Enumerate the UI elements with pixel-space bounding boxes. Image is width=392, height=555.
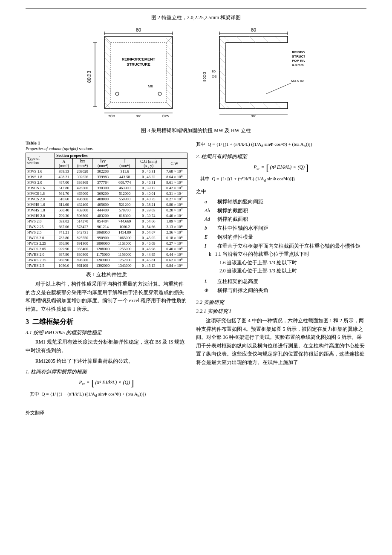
formula2-container: Pcr = [ (π² EI/k²L) × (Q) ] xyxy=(196,163,366,172)
table-row: HWHS 2.0887.90830300117500011560000 , 44… xyxy=(26,252,187,257)
def-ab: Ab 横撑的截面积 xyxy=(205,206,366,215)
svg-line-17 xyxy=(104,45,111,51)
case2-title: 2. 柱间只有斜撑的框架 xyxy=(196,153,366,160)
svg-line-66 xyxy=(219,96,226,102)
k-item-1: k 1.1 当沿着立柱的荷载重心位于重点以下时 xyxy=(209,250,366,259)
fig-right: 80 REINFORCEMENT STRUCTURE POP RIVET 4.8… xyxy=(202,26,305,124)
svg-line-77 xyxy=(275,102,281,109)
fig2-right-svg: 80 REINFORCEMENT STRUCTURE POP RIVET 4.8… xyxy=(202,26,305,124)
svg-line-58 xyxy=(219,45,226,51)
svg-rect-9 xyxy=(111,43,166,102)
svg-line-60 xyxy=(219,58,226,64)
svg-line-62 xyxy=(219,70,226,77)
svg-line-25 xyxy=(104,96,111,102)
table-row: MWS 1.8438.21302626339983443.580 , 46.32… xyxy=(26,174,187,180)
svg-text:80: 80 xyxy=(212,69,216,73)
col-ixx: Ixx(mm⁴) xyxy=(73,159,92,169)
main-content: Table 1 Properties of column (upright) s… xyxy=(26,140,366,401)
table-row: HWCS 2.25856.90891300109900011630000 , 4… xyxy=(26,241,187,246)
def-a: a 横撑轴线的竖向间距 xyxy=(205,197,366,206)
svg-line-74 xyxy=(236,102,243,109)
fig2-left-svg: 80 80∅3 REINFORCEMENT STRUCTURE xyxy=(87,26,190,124)
svg-line-64 xyxy=(219,83,226,90)
table-row: MWHS 1.6611.604324004056005212000 , 38.2… xyxy=(26,202,187,208)
sub31-title: 3.1 按照 RM12005 的框架弹性稳定 xyxy=(26,329,187,336)
svg-line-21 xyxy=(104,70,111,77)
col-type: Type ofsection xyxy=(26,153,55,169)
table-title: Table 1 xyxy=(26,140,187,145)
sub31-body2: RM12005 给出了下述计算屈曲荷载的公式。 xyxy=(26,357,187,366)
zhizhong: 之中 xyxy=(196,188,366,196)
table-row: HWCS 2.0783.8082555099090010650000 , 45.… xyxy=(26,235,187,241)
svg-line-19 xyxy=(104,58,111,64)
svg-text:M3 X 50: M3 X 50 xyxy=(291,79,304,83)
sub32-section: 3.2 实验研究 3.2.1 实验研究 I 这项研究包括了图 4 中的一种情况，… xyxy=(196,299,366,367)
case1-title: 1. 柱间有斜撑和横撑的框架 xyxy=(26,368,187,376)
qdef1-right: 其中 Q = {1/ [(1 + (π²I/k²L) ((1/Ad sinΦ c… xyxy=(196,140,366,150)
svg-line-36 xyxy=(166,96,173,102)
qdef2: 其中 Q = {1/ [(1 + (π²I/k²L) (1/Ad sinΦ co… xyxy=(200,175,366,184)
right-body1: 这项研究包括了图 4 中的一种情况，六种立柱截面如图 1 和 2 所示，两种支撑… xyxy=(196,317,366,367)
col-iyy: Iyy(mm⁴) xyxy=(92,159,114,169)
fig2-caption: 图 2 特重立柱，2.0,2.25,2.5mm 和梁详图 xyxy=(26,14,366,21)
svg-line-32 xyxy=(166,70,173,77)
def-i: I 在垂直于立柱框架平面内立柱截面关于立柱重心轴的最小惯性矩 xyxy=(205,242,366,251)
svg-line-24 xyxy=(104,90,111,96)
svg-line-34 xyxy=(166,83,173,90)
svg-text:4.8 mm DA: 4.8 mm DA xyxy=(292,63,305,67)
table-row: HWS 2.25667.065784379612141060.20 , 54.6… xyxy=(26,224,187,230)
svg-line-71 xyxy=(262,36,268,43)
svg-text:7∅3: 7∅3 xyxy=(108,114,115,118)
k-item-3: 2.0 当该重心位于上部 1/3 处以上时 xyxy=(219,267,366,275)
svg-line-57 xyxy=(219,38,226,45)
svg-line-78 xyxy=(266,83,291,94)
table-row: MWS 1.6389.53269028302208311.60 , 46.317… xyxy=(26,169,187,174)
svg-text:REINFORCEMENT: REINFORCEMENT xyxy=(122,57,156,61)
svg-rect-8 xyxy=(104,36,173,109)
def-e: E 钢材的弹性模量 xyxy=(205,233,366,242)
col-j: J(mm⁴) xyxy=(114,159,135,169)
svg-text:∅25: ∅25 xyxy=(162,114,169,118)
def-l: L 立柱框架的总高度 xyxy=(205,277,366,286)
svg-line-30 xyxy=(166,58,173,64)
svg-text:∅3: ∅3 xyxy=(212,75,217,78)
table-row: HWCS 2.05929.90955400120800012550000 , 4… xyxy=(26,246,187,252)
svg-line-33 xyxy=(166,77,173,83)
table1-caption: 表 1 立柱构件性质 xyxy=(26,271,187,278)
def-phi: Φ 横撑与斜撑之间的夹角 xyxy=(205,286,366,295)
svg-text:80: 80 xyxy=(136,27,141,32)
col-cw: C.W xyxy=(161,159,187,169)
svg-line-18 xyxy=(104,51,111,58)
section3-title: 二维框架分析 xyxy=(32,318,73,327)
table-row: HWHS 2.25960.90896500128300012520000 , 4… xyxy=(26,257,187,263)
svg-point-44 xyxy=(115,92,119,95)
formula1-container: Pcr = [ (π² EI/k²L) × (Q) ] xyxy=(26,378,187,387)
svg-text:80∅3: 80∅3 xyxy=(202,72,207,81)
left-body-text: 对于以上构件，构件性质采用平均构件重量的方法计算。均重构件的含义是在腹板部分采用… xyxy=(26,280,187,313)
fig3-caption: 图 3 采用槽钢和帽钢加固的抗扭 MW 及 HW 立柱 xyxy=(26,127,366,134)
svg-line-75 xyxy=(249,102,256,109)
svg-text:30°: 30° xyxy=(136,114,141,118)
svg-line-31 xyxy=(166,64,173,70)
qdef1: 其中 Q = {1/ [(1 + (π²I/k²L) ((1/Ad sinΦ c… xyxy=(30,390,187,399)
sub321-title: 3.2.1 实验研究 I xyxy=(196,308,366,315)
svg-line-23 xyxy=(104,83,111,90)
properties-table: Type ofsection Section properties A(mm²)… xyxy=(26,153,187,269)
svg-line-73 xyxy=(224,102,230,109)
svg-line-28 xyxy=(166,45,173,51)
svg-text:80∅3: 80∅3 xyxy=(87,71,92,83)
section3-num: 3 xyxy=(26,318,29,326)
table-row: HWHS 2.51030.0961100139200013430000 , 45… xyxy=(26,263,187,269)
top-line xyxy=(26,9,366,9)
svg-line-61 xyxy=(219,64,226,70)
svg-line-69 xyxy=(236,36,243,43)
svg-point-45 xyxy=(158,92,161,95)
svg-text:POP RIVET: POP RIVET xyxy=(292,59,305,63)
sub32-title: 3.2 实验研究 xyxy=(196,299,366,306)
svg-line-72 xyxy=(275,36,281,43)
svg-line-20 xyxy=(104,64,111,70)
svg-text:M8: M8 xyxy=(148,84,153,88)
left-column: Table 1 Properties of column (upright) s… xyxy=(26,140,187,401)
svg-line-29 xyxy=(166,51,173,58)
svg-line-70 xyxy=(249,36,256,43)
